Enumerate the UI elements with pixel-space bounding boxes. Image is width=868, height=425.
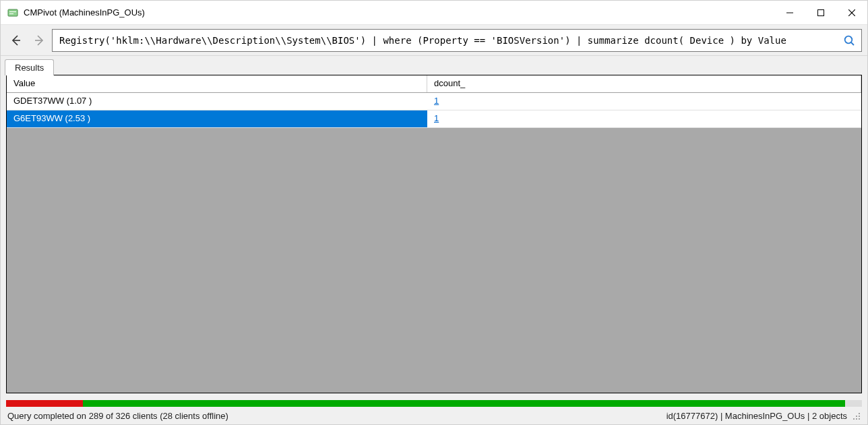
svg-point-14	[853, 418, 855, 420]
column-header-value[interactable]: Value	[7, 75, 427, 92]
maximize-icon	[817, 9, 824, 16]
status-bar: Query completed on 289 of 326 clients (2…	[1, 407, 867, 424]
close-icon	[848, 9, 855, 16]
tabs-strip: Results	[1, 56, 867, 75]
minimize-button[interactable]	[774, 1, 805, 24]
minimize-icon	[786, 9, 793, 16]
cell-dcount: 1	[427, 93, 861, 110]
query-box[interactable]: Registry('hklm:\\Hardware\\Description\\…	[52, 29, 862, 52]
svg-point-16	[859, 418, 860, 420]
tab-results[interactable]: Results	[5, 59, 54, 75]
cell-value: G6ET93WW (2.53 )	[7, 110, 427, 127]
column-header-dcount[interactable]: dcount_	[427, 75, 861, 92]
maximize-button[interactable]	[805, 1, 836, 24]
svg-rect-4	[818, 9, 824, 15]
resize-grip-icon[interactable]	[851, 411, 861, 420]
svg-point-12	[856, 416, 857, 417]
search-icon	[843, 34, 855, 46]
forward-button[interactable]	[29, 30, 49, 51]
cell-dcount: 1	[427, 110, 861, 127]
back-button[interactable]	[6, 30, 26, 51]
content-area: Value dcount_ GDET37WW (1.07 ) 1 G6ET93W…	[1, 75, 867, 399]
query-text: Registry('hklm:\\Hardware\\Description\\…	[59, 35, 840, 46]
grid-body: GDET37WW (1.07 ) 1 G6ET93WW (2.53 ) 1	[7, 93, 861, 393]
progress-completed	[83, 400, 844, 407]
dcount-link[interactable]: 1	[434, 96, 439, 106]
app-icon	[7, 7, 18, 18]
svg-line-10	[851, 42, 854, 45]
svg-point-9	[845, 36, 852, 43]
status-message: Query completed on 289 of 326 clients (2…	[7, 411, 666, 421]
toolbar: Registry('hklm:\\Hardware\\Description\\…	[1, 25, 867, 56]
status-context: id(16777672) | MachinesInPG_OUs | 2 obje…	[666, 411, 847, 421]
progress-offline	[6, 400, 83, 407]
progress-remaining	[845, 400, 862, 407]
svg-rect-2	[9, 13, 13, 14]
svg-point-13	[859, 416, 860, 417]
close-button[interactable]	[836, 1, 867, 24]
table-row[interactable]: G6ET93WW (2.53 ) 1	[7, 110, 861, 128]
arrow-right-icon	[32, 34, 46, 47]
svg-point-15	[856, 418, 857, 420]
run-query-button[interactable]	[840, 31, 859, 50]
arrow-left-icon	[9, 34, 23, 47]
results-grid: Value dcount_ GDET37WW (1.07 ) 1 G6ET93W…	[6, 75, 862, 393]
table-row[interactable]: GDET37WW (1.07 ) 1	[7, 93, 861, 110]
dcount-link[interactable]: 1	[434, 113, 439, 123]
window-controls	[774, 1, 867, 24]
svg-rect-0	[8, 9, 18, 16]
titlebar: CMPivot (MachinesInPG_OUs)	[1, 1, 867, 25]
cell-value: GDET37WW (1.07 )	[7, 93, 427, 110]
grid-header: Value dcount_	[7, 75, 861, 93]
window-title: CMPivot (MachinesInPG_OUs)	[24, 7, 774, 18]
svg-point-11	[859, 413, 860, 414]
svg-rect-1	[9, 11, 16, 12]
progress-bar	[6, 400, 862, 407]
